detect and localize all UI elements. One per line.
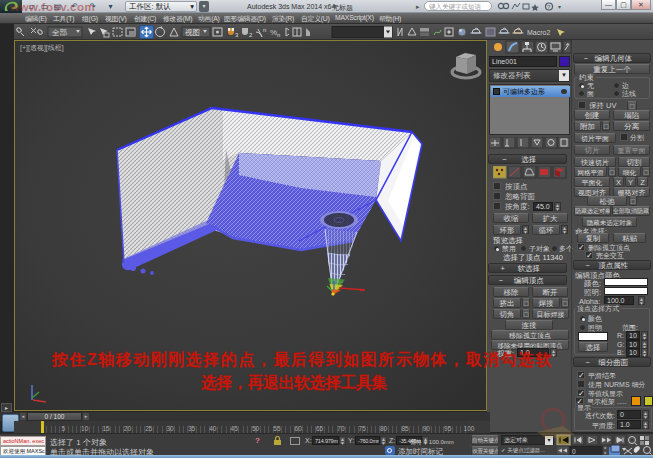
svg-text:0: 0 [572,448,576,455]
svg-text:3: 3 [235,32,239,38]
svg-text:n: n [277,32,280,38]
svg-text:n: n [263,27,266,33]
svg-text:2: 2 [249,32,253,38]
svg-text:全部: 全部 [52,28,68,37]
svg-text:Macro2: Macro2 [527,29,550,36]
svg-text:视图: 视图 [185,28,200,37]
